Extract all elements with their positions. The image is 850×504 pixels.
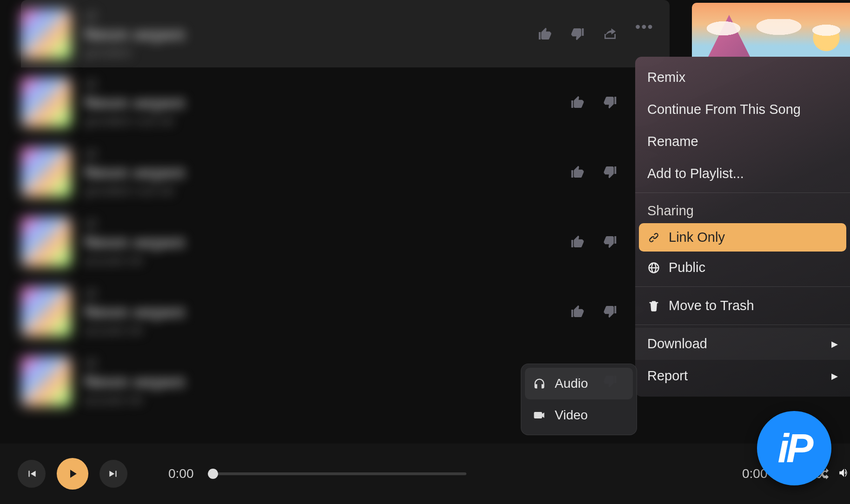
player-bar: 0:00 0:00 ∞ xyxy=(0,444,850,504)
track-actions: ••• xyxy=(537,26,651,42)
time-elapsed: 0:00 xyxy=(168,466,202,481)
trash-icon xyxy=(647,299,660,312)
thumbs-up-icon[interactable] xyxy=(569,164,586,180)
globe-icon xyxy=(647,261,660,274)
menu-trash[interactable]: Move to Trash xyxy=(635,290,850,322)
progress-knob[interactable] xyxy=(208,469,218,479)
menu-separator xyxy=(635,192,850,193)
submenu-video[interactable]: Video xyxy=(525,399,633,431)
chevron-right-icon: ▶ xyxy=(831,339,838,349)
track-thumbnail[interactable] xyxy=(21,147,71,197)
thumbs-down-icon[interactable] xyxy=(602,303,618,320)
link-icon xyxy=(647,231,660,244)
thumbs-up-icon[interactable] xyxy=(537,26,553,42)
track-row[interactable]: v2Neon нерепacoustic lofi xyxy=(21,207,670,277)
menu-continue[interactable]: Continue From This Song xyxy=(635,93,850,126)
progress-bar[interactable] xyxy=(213,472,466,475)
track-tags: gemütlich xyxy=(84,46,537,60)
chevron-right-icon: ▶ xyxy=(831,371,838,381)
thumbs-down-icon[interactable] xyxy=(569,26,586,42)
now-playing-artwork[interactable] xyxy=(692,3,850,57)
track-version: v2 xyxy=(84,8,537,23)
menu-add-playlist[interactable]: Add to Playlist... xyxy=(635,158,850,190)
menu-separator xyxy=(635,286,850,287)
track-thumbnail[interactable] xyxy=(21,286,71,337)
track-row[interactable]: v2Neon нерепgemütlich rock lofi xyxy=(21,67,670,137)
headphones-icon xyxy=(532,377,546,391)
thumbs-down-icon[interactable] xyxy=(602,233,618,250)
thumbs-up-icon[interactable] xyxy=(569,233,586,250)
menu-remix[interactable]: Remix xyxy=(635,61,850,93)
menu-public[interactable]: Public xyxy=(635,252,850,284)
menu-rename[interactable]: Rename xyxy=(635,126,850,158)
submenu-audio[interactable]: Audio xyxy=(525,368,633,399)
thumbs-down-icon[interactable] xyxy=(602,164,618,180)
menu-download[interactable]: Download ▶ xyxy=(635,328,850,360)
play-button[interactable] xyxy=(57,458,88,490)
previous-button[interactable] xyxy=(18,460,46,488)
track-meta: v2 Neon нереп gemütlich xyxy=(84,8,537,60)
track-thumbnail[interactable] xyxy=(21,356,71,406)
track-thumbnail[interactable] xyxy=(21,77,71,127)
menu-separator xyxy=(635,325,850,325)
thumbs-down-icon[interactable] xyxy=(602,94,618,111)
brand-badge[interactable]: iP xyxy=(757,411,831,485)
track-thumbnail[interactable] xyxy=(21,217,71,267)
track-title: Neon нереп xyxy=(84,25,537,45)
menu-section-sharing: Sharing xyxy=(635,196,850,223)
volume-icon[interactable] xyxy=(838,467,850,483)
context-menu: Remix Continue From This Song Rename Add… xyxy=(635,57,850,397)
thumbs-up-icon[interactable] xyxy=(569,94,586,111)
track-row[interactable]: v2Neon нерепacoustic lofi xyxy=(21,277,670,346)
video-icon xyxy=(532,408,546,422)
share-icon[interactable] xyxy=(602,26,618,42)
track-row[interactable]: v2 Neon нереп gemütlich ••• xyxy=(21,0,670,67)
thumbs-up-icon[interactable] xyxy=(569,303,586,320)
next-button[interactable] xyxy=(100,460,127,488)
track-list: v2 Neon нереп gemütlich ••• v2Neon нереп… xyxy=(21,0,670,416)
more-icon[interactable]: ••• xyxy=(634,26,651,42)
download-submenu: Audio Video xyxy=(521,364,637,435)
menu-report[interactable]: Report ▶ xyxy=(635,360,850,392)
track-thumbnail[interactable] xyxy=(21,9,71,59)
menu-link-only[interactable]: Link Only xyxy=(639,223,846,252)
track-row[interactable]: v2Neon нерепgemütlich rock lofi xyxy=(21,137,670,207)
